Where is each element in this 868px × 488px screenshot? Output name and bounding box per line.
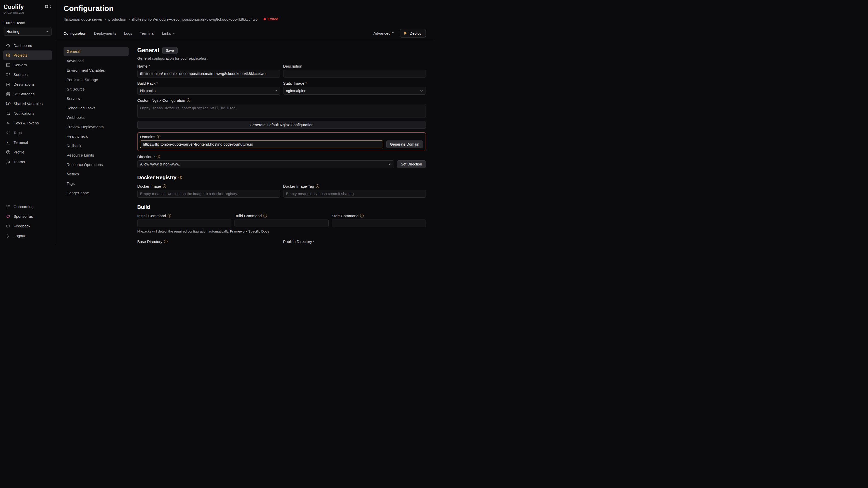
subnav-item-servers[interactable]: Servers [64, 94, 129, 103]
sidebar-item-s3-storages[interactable]: S3 Storages [3, 89, 52, 99]
sidebar-item-terminal[interactable]: >_ Terminal [3, 138, 52, 147]
logout-icon [6, 233, 11, 238]
team-select[interactable]: Hosting [4, 27, 52, 36]
nginx-config-label: Custom Nginx Configuration [137, 98, 185, 102]
sidebar-item-profile[interactable]: Profile [3, 148, 52, 157]
sidebar-item-label: Onboarding [13, 204, 33, 209]
sidebar-item-label: Feedback [13, 224, 30, 228]
static-image-select[interactable]: nginx:alpine [283, 87, 426, 95]
sidebar-item-dashboard[interactable]: Dashboard [3, 41, 52, 50]
sidebar-item-notifications[interactable]: Notifications [3, 109, 52, 118]
build-pack-select[interactable]: Nixpacks [137, 87, 280, 95]
tab-terminal[interactable]: Terminal [140, 31, 154, 35]
publish-directory-label: Publish Directory * [283, 239, 315, 244]
tab-configuration[interactable]: Configuration [64, 31, 86, 35]
info-icon[interactable]: ⓘ [263, 214, 267, 218]
info-icon[interactable]: ⓘ [157, 135, 160, 138]
subnav-item-general[interactable]: General [64, 47, 129, 56]
main-content: Configuration illicitonion quote server … [55, 0, 434, 244]
nixpacks-note-text: Nixpacks will detect the required config… [137, 229, 229, 233]
subnav-item-scheduled-tasks[interactable]: Scheduled Tasks [64, 103, 129, 113]
docker-image-input[interactable] [137, 190, 280, 198]
sidebar-item-destinations[interactable]: Destinations [3, 79, 52, 89]
name-input[interactable] [137, 70, 280, 77]
install-command-input[interactable] [137, 220, 231, 227]
direction-select[interactable]: Allow www & non-www. [137, 160, 394, 168]
subnav-item-resource-limits[interactable]: Resource Limits [64, 151, 129, 160]
nixpacks-note: Nixpacks will detect the required config… [137, 229, 426, 233]
subnav-item-rollback[interactable]: Rollback [64, 141, 129, 151]
sidebar-item-shared-variables[interactable]: {x} Shared Variables [3, 99, 52, 108]
framework-docs-link[interactable]: Framework Specific Docs [230, 229, 269, 233]
subnav-item-environment-variables[interactable]: Environment Variables [64, 66, 129, 75]
info-icon[interactable]: ⓘ [316, 184, 319, 188]
settings-subnav: General Advanced Environment Variables P… [64, 47, 129, 244]
subnav-item-tags[interactable]: Tags [64, 179, 129, 188]
nginx-config-textarea[interactable] [137, 104, 426, 118]
tab-deployments[interactable]: Deployments [94, 31, 116, 35]
status-badge: Exited [264, 17, 278, 21]
sidebar-item-sources[interactable]: Sources [3, 70, 52, 79]
sidebar-item-label: Keys & Tokens [13, 121, 39, 125]
info-icon[interactable]: ⓘ [187, 98, 190, 102]
sidebar-item-projects[interactable]: Projects [3, 51, 52, 60]
start-command-input[interactable] [332, 220, 426, 227]
docker-image-tag-input[interactable] [283, 190, 426, 198]
save-button[interactable]: Save [162, 47, 178, 54]
subnav-item-danger-zone[interactable]: Danger Zone [64, 188, 129, 198]
chevron-down-icon [173, 32, 175, 35]
configuration-content: General Advanced Environment Variables P… [55, 39, 434, 244]
tab-links[interactable]: Links [162, 31, 175, 35]
breadcrumb-project[interactable]: illicitonion quote server [64, 17, 102, 22]
static-image-value: nginx:alpine [286, 89, 306, 93]
theme-switcher[interactable] [45, 5, 52, 8]
info-icon[interactable]: ⓘ [178, 176, 182, 179]
sidebar-item-keys-tokens[interactable]: Keys & Tokens [3, 118, 52, 128]
deploy-button[interactable]: Deploy [400, 29, 426, 37]
description-input[interactable] [283, 70, 426, 77]
subnav-item-healthcheck[interactable]: Healthcheck [64, 132, 129, 141]
advanced-label: Advanced [374, 31, 391, 35]
docker-registry-title: Docker Registry [137, 175, 176, 181]
info-icon[interactable]: ⓘ [164, 240, 167, 243]
git-branch-icon [6, 72, 11, 77]
start-command-label: Start Command [332, 214, 359, 218]
subnav-item-metrics[interactable]: Metrics [64, 169, 129, 179]
sidebar-item-teams[interactable]: Teams [3, 157, 52, 166]
subnav-item-persistent-storage[interactable]: Persistent Storage [64, 75, 129, 85]
info-icon[interactable]: ⓘ [156, 155, 160, 158]
docker-image-label: Docker Image [137, 184, 161, 188]
deploy-label: Deploy [409, 31, 422, 35]
subnav-item-webhooks[interactable]: Webhooks [64, 113, 129, 122]
sidebar-item-sponsor-us[interactable]: Sponsor us [3, 212, 52, 221]
status-dot-icon [264, 18, 266, 21]
domains-label: Domains [140, 135, 155, 139]
sidebar-item-logout[interactable]: Logout [3, 231, 52, 240]
info-icon[interactable]: ⓘ [167, 214, 171, 218]
set-direction-button[interactable]: Set Direction [397, 160, 426, 168]
breadcrumb-environment[interactable]: production [108, 17, 126, 22]
domains-input[interactable] [140, 140, 383, 148]
sidebar-nav: Dashboard Projects Servers Sources Desti… [3, 41, 52, 166]
subnav-item-git-source[interactable]: Git Source [64, 85, 129, 94]
subnav-item-advanced[interactable]: Advanced [64, 56, 129, 66]
sidebar-item-tags[interactable]: Tags [3, 128, 52, 137]
breadcrumb-application[interactable]: illicitestonion/-module--decomposition:m… [132, 17, 258, 22]
subnav-item-preview-deployments[interactable]: Preview Deployments [64, 122, 129, 132]
layers-icon [6, 53, 11, 58]
sidebar-item-onboarding[interactable]: Onboarding [3, 202, 52, 212]
general-section-subtitle: General configuration for your applicati… [137, 56, 426, 60]
advanced-toggle[interactable]: Advanced [374, 31, 395, 35]
info-icon[interactable]: ⓘ [360, 214, 364, 218]
static-image-label: Static Image * [283, 81, 307, 86]
chevron-down-icon [274, 89, 277, 92]
subnav-item-resource-operations[interactable]: Resource Operations [64, 160, 129, 169]
tab-logs[interactable]: Logs [124, 31, 132, 35]
info-icon[interactable]: ⓘ [162, 184, 166, 188]
generate-domain-button[interactable]: Generate Domain [386, 140, 423, 148]
bell-icon [6, 111, 11, 116]
generate-nginx-config-button[interactable]: Generate Default Nginx Configuration [137, 121, 426, 129]
sidebar-item-feedback[interactable]: Feedback [3, 221, 52, 231]
sidebar-item-servers[interactable]: Servers [3, 60, 52, 70]
build-command-input[interactable] [235, 220, 329, 227]
